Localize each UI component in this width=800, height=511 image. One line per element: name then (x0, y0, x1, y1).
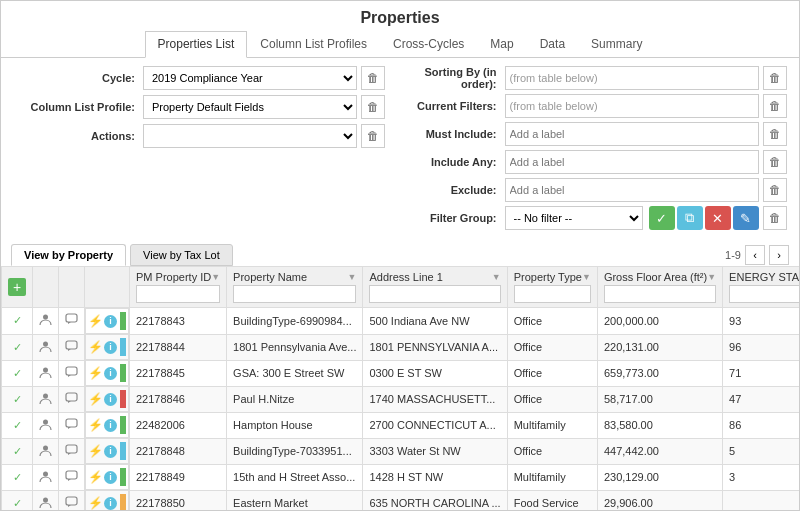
row-gfa: 58,717.00 (597, 386, 722, 412)
tab-cross-cycles[interactable]: Cross-Cycles (380, 31, 477, 57)
row-bolt-icon[interactable]: ⚡ (88, 418, 103, 432)
current-filters-trash-btn[interactable]: 🗑 (763, 94, 787, 118)
row-person-icon[interactable] (33, 438, 59, 464)
row-info-icon[interactable]: i (104, 315, 117, 328)
row-address: 500 Indiana Ave NW (363, 308, 507, 335)
row-check[interactable]: ✓ (2, 464, 33, 490)
row-info-icon[interactable]: i (104, 367, 117, 380)
cycle-select[interactable]: 2019 Compliance Year (143, 66, 357, 90)
view-by-property-tab[interactable]: View by Property (11, 244, 126, 266)
row-bolt-icon[interactable]: ⚡ (88, 392, 103, 406)
row-bolt-icon[interactable]: ⚡ (88, 470, 103, 484)
row-name: GSA: 300 E Street SW (227, 360, 363, 386)
row-address: 635 NORTH CAROLINA ... (363, 490, 507, 511)
filter-group-trash-btn[interactable]: 🗑 (763, 206, 787, 230)
actions-label: Actions: (13, 130, 143, 142)
row-chat-icon[interactable] (59, 308, 85, 335)
column-profile-trash-btn[interactable]: 🗑 (361, 95, 385, 119)
row-person-icon[interactable] (33, 464, 59, 490)
svg-rect-1 (66, 314, 77, 322)
row-person-icon[interactable] (33, 308, 59, 335)
add-row-btn[interactable]: + (8, 278, 26, 296)
row-bolt-icon[interactable]: ⚡ (88, 314, 103, 328)
cycle-trash-btn[interactable]: 🗑 (361, 66, 385, 90)
include-any-input[interactable] (505, 150, 759, 174)
filter-copy-btn[interactable]: ⧉ (677, 206, 703, 230)
row-bolt-icon[interactable]: ⚡ (88, 366, 103, 380)
filter-group-select[interactable]: -- No filter -- (505, 206, 643, 230)
filter-clear-btn[interactable]: ✕ (705, 206, 731, 230)
row-check[interactable]: ✓ (2, 308, 33, 335)
row-info-icon[interactable]: i (104, 393, 117, 406)
pagination-next-btn[interactable]: › (769, 245, 789, 265)
exclude-label: Exclude: (395, 184, 505, 196)
must-include-input[interactable] (505, 122, 759, 146)
row-check[interactable]: ✓ (2, 386, 33, 412)
row-person-icon[interactable] (33, 360, 59, 386)
row-person-icon[interactable] (33, 386, 59, 412)
svg-rect-5 (66, 367, 77, 375)
row-check[interactable]: ✓ (2, 334, 33, 360)
exclude-trash-btn[interactable]: 🗑 (763, 178, 787, 202)
row-check[interactable]: ✓ (2, 412, 33, 438)
table-row: ✓ ⚡ i 22178843 BuildingType-6990984... 5… (2, 308, 800, 335)
row-check[interactable]: ✓ (2, 438, 33, 464)
col-filter-address[interactable] (369, 285, 500, 303)
pagination-prev-btn[interactable]: ‹ (745, 245, 765, 265)
view-by-tax-lot-tab[interactable]: View by Tax Lot (130, 244, 233, 266)
include-any-trash-btn[interactable]: 🗑 (763, 150, 787, 174)
row-person-icon[interactable] (33, 490, 59, 511)
row-type: Food Service (507, 490, 597, 511)
exclude-input[interactable] (505, 178, 759, 202)
col-filter-energy-star[interactable] (729, 285, 799, 303)
row-check[interactable]: ✓ (2, 360, 33, 386)
filter-edit-btn[interactable]: ✎ (733, 206, 759, 230)
current-filters-input[interactable] (505, 94, 759, 118)
row-check[interactable]: ✓ (2, 490, 33, 511)
row-energy-star: 93 (723, 308, 799, 335)
sorting-trash-btn[interactable]: 🗑 (763, 66, 787, 90)
row-bolt-icon[interactable]: ⚡ (88, 496, 103, 510)
tab-properties-list[interactable]: Properties List (145, 31, 248, 58)
row-name: 1801 Pennsylvania Ave... (227, 334, 363, 360)
sorting-input[interactable] (505, 66, 759, 90)
row-info-icon[interactable]: i (104, 419, 117, 432)
row-actions-icons: ⚡ i (85, 464, 129, 490)
tab-bar: Properties List Column List Profiles Cro… (1, 31, 799, 58)
row-chat-icon[interactable] (59, 438, 85, 464)
row-bolt-icon[interactable]: ⚡ (88, 444, 103, 458)
row-chat-icon[interactable] (59, 464, 85, 490)
row-chat-icon[interactable] (59, 360, 85, 386)
row-bolt-icon[interactable]: ⚡ (88, 340, 103, 354)
col-header-type: Property Type▼ (507, 267, 597, 308)
tab-map[interactable]: Map (477, 31, 526, 57)
col-filter-type[interactable] (514, 285, 591, 303)
row-info-icon[interactable]: i (104, 445, 117, 458)
row-info-icon[interactable]: i (104, 497, 117, 510)
col-filter-pm-id[interactable] (136, 285, 220, 303)
controls-area: Cycle: 2019 Compliance Year 🗑 Column Lis… (1, 58, 799, 238)
row-chat-icon[interactable] (59, 490, 85, 511)
row-chat-icon[interactable] (59, 412, 85, 438)
row-type: Multifamily (507, 464, 597, 490)
table-row: ✓ ⚡ i 22178848 BuildingType-7033951... 3… (2, 438, 800, 464)
actions-select[interactable] (143, 124, 357, 148)
row-info-icon[interactable]: i (104, 341, 117, 354)
tab-column-list-profiles[interactable]: Column List Profiles (247, 31, 380, 57)
row-energy-star: 47 (723, 386, 799, 412)
row-person-icon[interactable] (33, 412, 59, 438)
tab-data[interactable]: Data (527, 31, 578, 57)
row-chat-icon[interactable] (59, 386, 85, 412)
svg-point-8 (43, 419, 48, 424)
row-energy-star: 86 (723, 412, 799, 438)
tab-summary[interactable]: Summary (578, 31, 655, 57)
row-person-icon[interactable] (33, 334, 59, 360)
filter-confirm-btn[interactable]: ✓ (649, 206, 675, 230)
col-filter-gfa[interactable] (604, 285, 716, 303)
row-chat-icon[interactable] (59, 334, 85, 360)
must-include-trash-btn[interactable]: 🗑 (763, 122, 787, 146)
actions-trash-btn[interactable]: 🗑 (361, 124, 385, 148)
row-info-icon[interactable]: i (104, 471, 117, 484)
col-filter-name[interactable] (233, 285, 356, 303)
column-profile-select[interactable]: Property Default Fields (143, 95, 357, 119)
